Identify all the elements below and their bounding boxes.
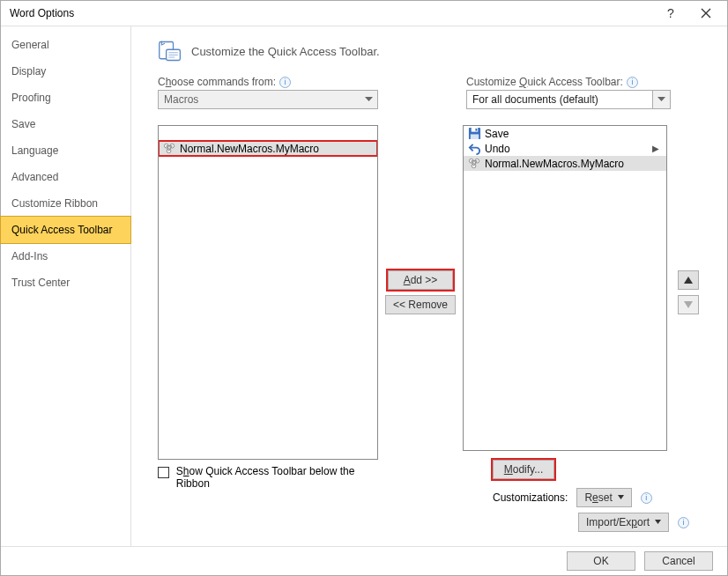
sidebar-item-customize-ribbon[interactable]: Customize Ribbon <box>1 190 130 217</box>
list-item-label: Normal.NewMacros.MyMacro <box>180 143 319 155</box>
sidebar-item-add-ins[interactable]: Add-Ins <box>1 243 130 270</box>
sidebar-item-general[interactable]: General <box>1 32 130 58</box>
word-options-dialog: Word Options ? GeneralDisplayProofingSav… <box>0 0 728 576</box>
reset-button[interactable]: Reset <box>576 488 631 507</box>
dialog-footer: OK Cancel <box>1 546 727 575</box>
svg-rect-14 <box>475 129 477 131</box>
list-item-label: Normal.NewMacros.MyMacro <box>485 158 663 170</box>
transfer-buttons: Add >> << Remove <box>378 125 463 460</box>
chevron-down-icon <box>360 91 377 108</box>
customize-qat-dropdown[interactable]: For all documents (default) <box>466 90 671 109</box>
help-button[interactable]: ? <box>653 1 688 26</box>
checkbox-box[interactable] <box>158 467 169 478</box>
macro-icon <box>467 157 481 171</box>
svg-rect-13 <box>470 134 478 139</box>
list-item[interactable]: Save <box>464 126 666 141</box>
commands-listbox[interactable]: Normal.NewMacros.MyMacro <box>158 125 378 460</box>
titlebar: Word Options ? <box>1 1 727 26</box>
list-item[interactable]: Undo▶ <box>464 141 666 156</box>
info-icon[interactable]: i <box>279 77 291 88</box>
import-export-button[interactable]: Import/Export <box>578 513 669 532</box>
list-item-label: Save <box>485 128 663 140</box>
dialog-title: Word Options <box>10 7 653 19</box>
sidebar-item-trust-center[interactable]: Trust Center <box>1 270 130 296</box>
panel-header-text: Customize the Quick Access Toolbar. <box>191 45 380 58</box>
sidebar-item-proofing[interactable]: Proofing <box>1 85 130 111</box>
list-item[interactable] <box>159 126 377 141</box>
sidebar-item-display[interactable]: Display <box>1 58 130 85</box>
customizations-label: Customizations: <box>493 491 568 504</box>
choose-commands-label: Choose commands from: i <box>158 76 378 88</box>
submenu-arrow-icon: ▶ <box>652 144 663 153</box>
info-icon[interactable]: i <box>641 492 652 504</box>
sidebar: GeneralDisplayProofingSaveLanguageAdvanc… <box>1 26 131 546</box>
cancel-button[interactable]: Cancel <box>644 551 713 571</box>
sidebar-item-quick-access-toolbar[interactable]: Quick Access Toolbar <box>1 217 130 243</box>
list-item[interactable]: Normal.NewMacros.MyMacro <box>464 156 666 171</box>
close-button[interactable] <box>688 1 724 26</box>
main-panel: Customize the Quick Access Toolbar. Choo… <box>131 26 727 546</box>
move-down-button[interactable] <box>678 295 699 314</box>
info-icon[interactable]: i <box>678 517 689 528</box>
checkbox-label: Show Quick Access Toolbar below the Ribb… <box>176 465 387 490</box>
choose-commands-dropdown[interactable]: Macros <box>158 90 378 109</box>
qat-icon <box>158 39 182 63</box>
dropdown-triangle-icon <box>655 520 661 526</box>
save-icon <box>467 127 481 141</box>
info-icon[interactable]: i <box>627 77 638 88</box>
sidebar-item-language[interactable]: Language <box>1 137 130 164</box>
chevron-down-icon <box>652 91 670 108</box>
panel-header: Customize the Quick Access Toolbar. <box>158 39 706 63</box>
list-item-label: Undo <box>485 143 652 155</box>
undo-icon <box>467 142 481 156</box>
modify-button[interactable]: Modify... <box>493 460 554 479</box>
qat-listbox[interactable]: SaveUndo▶Normal.NewMacros.MyMacro <box>463 125 667 451</box>
remove-button[interactable]: << Remove <box>385 295 456 314</box>
sidebar-item-advanced[interactable]: Advanced <box>1 164 130 190</box>
ok-button[interactable]: OK <box>567 551 635 571</box>
show-below-ribbon-checkbox[interactable]: Show Quick Access Toolbar below the Ribb… <box>158 465 387 537</box>
add-button[interactable]: Add >> <box>388 270 453 290</box>
move-up-button[interactable] <box>678 270 699 290</box>
macro-icon <box>162 142 176 156</box>
customize-qat-label: Customize Quick Access Toolbar: i <box>466 76 671 88</box>
sidebar-item-save[interactable]: Save <box>1 111 130 137</box>
list-item[interactable]: Normal.NewMacros.MyMacro <box>159 141 377 156</box>
dropdown-triangle-icon <box>618 495 624 501</box>
